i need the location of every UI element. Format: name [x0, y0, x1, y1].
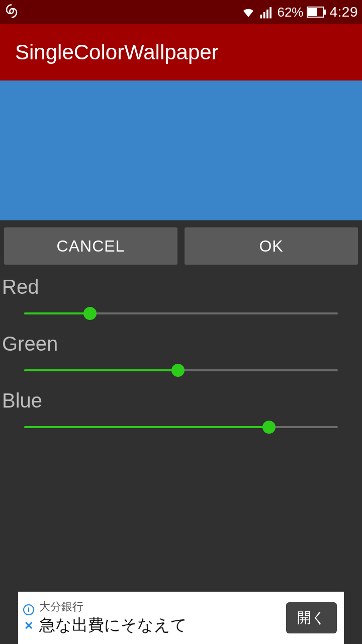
slider-green[interactable] — [24, 369, 338, 371]
slider-panel: Red Green Blue — [0, 272, 362, 442]
svg-rect-3 — [270, 7, 272, 19]
cancel-button[interactable]: CANCEL — [4, 227, 177, 265]
info-icon[interactable]: i — [23, 604, 34, 615]
slider-label-red: Red — [0, 272, 362, 301]
battery-percent: 62% — [277, 5, 303, 20]
slider-group-red: Red — [0, 272, 362, 329]
ad-body: 急な出費にそなえて — [39, 614, 286, 636]
ad-banner[interactable]: i ✕ 大分銀行 急な出費にそなえて 開く — [18, 592, 344, 644]
battery-icon — [307, 6, 327, 18]
slider-label-green: Green — [0, 329, 362, 358]
slider-thumb-red[interactable] — [83, 307, 97, 320]
close-icon[interactable]: ✕ — [24, 620, 33, 631]
signal-icon — [259, 5, 274, 20]
ad-text: 大分銀行 急な出費にそなえて — [36, 599, 286, 636]
app-title: SingleColorWallpaper — [15, 40, 219, 64]
slider-blue[interactable] — [24, 426, 338, 428]
ad-control-icons: i ✕ — [18, 604, 36, 631]
slider-thumb-green[interactable] — [171, 364, 185, 377]
slider-group-green: Green — [0, 329, 362, 385]
svg-rect-2 — [266, 10, 268, 19]
slider-fill-blue — [24, 426, 269, 428]
status-bar: 62% 4:29 — [0, 0, 362, 24]
svg-rect-0 — [260, 15, 262, 19]
svg-rect-1 — [263, 12, 265, 19]
wifi-icon — [241, 5, 256, 20]
ad-title: 大分銀行 — [39, 599, 286, 614]
ok-button[interactable]: OK — [185, 227, 358, 265]
ad-cta-button[interactable]: 開く — [286, 602, 337, 633]
svg-rect-6 — [308, 8, 317, 16]
slider-thumb-blue[interactable] — [262, 421, 276, 434]
button-row: CANCEL OK — [0, 220, 362, 272]
spiral-icon — [4, 4, 19, 21]
clock: 4:29 — [330, 4, 358, 20]
slider-fill-green — [24, 369, 178, 371]
slider-group-blue: Blue — [0, 385, 362, 442]
slider-fill-red — [24, 312, 90, 314]
svg-rect-5 — [324, 10, 326, 15]
slider-label-blue: Blue — [0, 385, 362, 415]
slider-red[interactable] — [24, 312, 338, 314]
color-preview — [0, 80, 362, 220]
app-bar: SingleColorWallpaper — [0, 24, 362, 80]
